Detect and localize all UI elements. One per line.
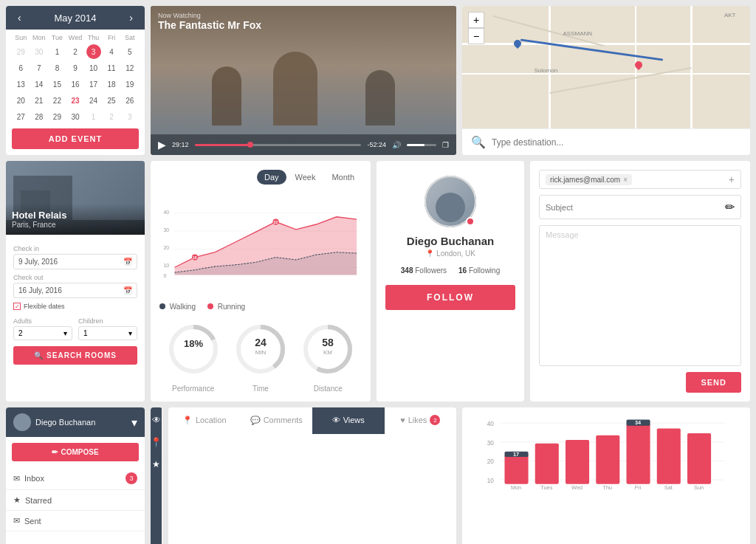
blog-text-area: My most favourite place in the world 154… <box>162 407 162 544</box>
cal-day[interactable]: 29 <box>13 44 28 59</box>
cal-day[interactable]: 4 <box>104 44 119 59</box>
svg-rect-32 <box>505 455 529 483</box>
cal-day[interactable]: 20 <box>13 93 28 108</box>
blog-post-widget: 👁 📍 ★ My most favourite place in the wor… <box>151 407 162 544</box>
adults-select[interactable]: 2 ▾ <box>13 326 72 340</box>
email-subject-row: ✏ <box>539 195 741 219</box>
cal-day[interactable]: 30 <box>68 109 83 124</box>
map-background[interactable]: AKT ASSMANN Solomon <box>462 6 750 128</box>
flexible-dates-checkbox[interactable]: ✓ <box>13 303 21 310</box>
location-tab[interactable]: 📍 Location <box>168 407 241 434</box>
email-send-button[interactable]: SEND <box>686 372 741 393</box>
fullscreen-icon[interactable]: ❐ <box>442 141 449 149</box>
cal-day[interactable]: 15 <box>49 77 64 92</box>
flexible-dates-row: ✓ Flexible dates <box>13 303 137 310</box>
cal-day[interactable]: 30 <box>32 44 47 59</box>
adults-value: 2 <box>18 329 23 337</box>
hotel-name: Hotel Relais <box>12 210 139 221</box>
cal-day[interactable]: 1 <box>49 44 64 59</box>
cal-day[interactable]: 19 <box>123 77 137 92</box>
add-event-button[interactable]: ADD EVENT <box>12 128 139 149</box>
cal-day[interactable]: 8 <box>49 61 64 75</box>
cal-day-today[interactable]: 3 <box>86 44 101 59</box>
check-in-label: Check in <box>13 245 137 252</box>
inbox-item-inbox[interactable]: ✉ Inbox 3 <box>6 467 145 490</box>
cal-day[interactable]: 11 <box>104 61 119 75</box>
cal-day[interactable]: 22 <box>49 93 64 108</box>
star-sidebar-icon[interactable]: ★ <box>152 459 160 469</box>
cal-day[interactable]: 28 <box>32 109 47 124</box>
comments-tab[interactable]: 💬 Comments <box>241 407 313 434</box>
inbox-dropdown-icon[interactable]: ▾ <box>131 416 137 430</box>
cal-day[interactable]: 1 <box>86 109 101 124</box>
likes-tab[interactable]: ♥ Likes 2 <box>385 407 457 434</box>
cal-day[interactable]: 17 <box>86 77 101 92</box>
calendar-next-button[interactable]: › <box>126 12 136 24</box>
children-label: Children <box>78 317 137 325</box>
cal-day[interactable]: 6 <box>13 61 28 75</box>
map-zoom-controls: + − <box>468 12 484 44</box>
cal-day[interactable]: 14 <box>32 77 47 92</box>
compose-button[interactable]: ✏ COMPOSE <box>12 443 139 461</box>
children-value: 1 <box>83 329 88 337</box>
cal-day[interactable]: 12 <box>123 61 137 75</box>
check-in-input[interactable]: 9 July, 2016 📅 <box>13 254 137 269</box>
cal-day[interactable]: 29 <box>49 109 64 124</box>
video-play-button[interactable]: ▶ <box>158 139 166 151</box>
content-tabs-widget: 📍 Location 💬 Comments 👁 Views ♥ Likes 2 <box>168 407 456 544</box>
volume-bar[interactable] <box>407 144 436 146</box>
chart-tab-week[interactable]: Week <box>288 170 323 185</box>
search-rooms-button[interactable]: 🔍 SEARCH ROOMS <box>13 346 137 365</box>
check-out-input[interactable]: 16 July, 2016 📅 <box>13 283 137 298</box>
bar-chart-svg: 40 30 20 10 17 Mon Tues Wed Thu <box>471 416 741 497</box>
cal-day[interactable]: 25 <box>104 93 119 108</box>
hotel-image: Hotel Relais Paris, France <box>6 161 145 235</box>
email-message-area[interactable]: Message <box>539 225 741 366</box>
map-zoom-in-button[interactable]: + <box>468 12 484 28</box>
location-pin-icon[interactable]: 📍 <box>151 437 162 447</box>
inbox-item-starred[interactable]: ★ Starred <box>6 490 145 511</box>
svg-text:20: 20 <box>487 458 495 465</box>
cal-day[interactable]: 21 <box>32 93 47 108</box>
svg-text:32: 32 <box>273 220 278 224</box>
cal-day[interactable]: 3 <box>123 109 137 124</box>
views-tab-icon: 👁 <box>332 416 340 424</box>
cal-day[interactable]: 10 <box>86 61 101 75</box>
svg-text:Thu: Thu <box>603 484 613 491</box>
search-rooms-label: SEARCH ROOMS <box>47 351 117 359</box>
map-search-input[interactable] <box>492 137 741 148</box>
chart-tab-day[interactable]: Day <box>257 170 286 185</box>
map-zoom-out-button[interactable]: − <box>468 28 484 44</box>
calendar-prev-button[interactable]: ‹ <box>15 12 24 24</box>
cal-day[interactable]: 7 <box>32 61 47 75</box>
cal-day[interactable]: 16 <box>68 77 83 92</box>
video-progress-bar[interactable] <box>195 144 362 146</box>
cal-day[interactable]: 2 <box>68 44 83 59</box>
eye-icon[interactable]: 👁 <box>152 415 161 425</box>
add-recipient-button[interactable]: + <box>729 173 735 185</box>
content-tab-group: 📍 Location 💬 Comments 👁 Views ♥ Likes 2 <box>168 407 456 434</box>
follow-button[interactable]: FOLLOW <box>385 285 515 310</box>
inbox-item-sent[interactable]: ✉ Sent <box>6 511 145 531</box>
cal-day[interactable]: 18 <box>104 77 119 92</box>
hotel-booking-form: Check in 9 July, 2016 📅 Check out 16 Jul… <box>6 235 145 402</box>
cal-day[interactable]: 9 <box>68 61 83 75</box>
cal-day[interactable]: 2 <box>104 109 119 124</box>
cal-day[interactable]: 26 <box>123 93 137 108</box>
children-select[interactable]: 1 ▾ <box>78 326 137 340</box>
cal-day[interactable]: 27 <box>13 109 28 124</box>
views-tab[interactable]: 👁 Views <box>312 407 385 434</box>
chart-tab-month[interactable]: Month <box>324 170 362 185</box>
remove-recipient-button[interactable]: × <box>623 176 628 184</box>
sent-label: Sent <box>24 517 41 526</box>
sent-icon: ✉ <box>13 516 20 526</box>
profile-name: Diego Buchanan <box>407 235 494 247</box>
cal-day[interactable]: 5 <box>123 44 137 59</box>
location-icon: 📍 <box>425 249 434 258</box>
email-subject-input[interactable] <box>546 203 725 212</box>
svg-text:10: 10 <box>163 263 169 268</box>
cal-day-highlight[interactable]: 23 <box>68 93 83 108</box>
cal-day[interactable]: 13 <box>13 77 28 92</box>
bar-chart-widget: 40 30 20 10 17 Mon Tues Wed Thu <box>462 407 750 544</box>
cal-day[interactable]: 24 <box>86 93 101 108</box>
